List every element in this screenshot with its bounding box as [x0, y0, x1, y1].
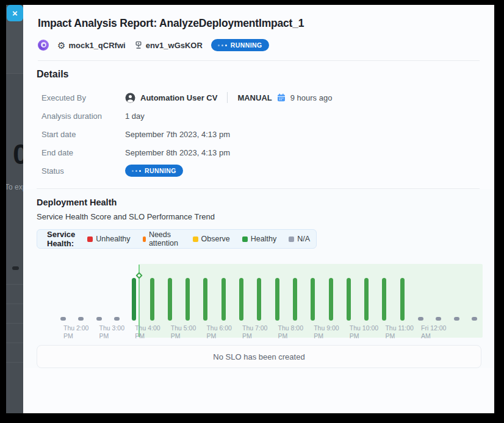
x-axis-label: Thu 4:00PM — [135, 324, 160, 340]
background-bar — [12, 266, 19, 270]
background-divider — [6, 73, 23, 74]
detail-label: Executed By — [41, 93, 125, 102]
status-badge-label: RUNNING — [231, 41, 262, 49]
healthy-bar — [257, 278, 261, 321]
healthy-bar — [132, 278, 136, 321]
legend-item: Needs attention — [143, 230, 181, 247]
background-row-line — [6, 362, 23, 363]
drawer-header: Impact Analysis Report: AnalyzeDeploymen… — [23, 5, 494, 61]
running-dots-icon — [218, 44, 227, 46]
legend-swatch-icon — [143, 236, 146, 242]
detail-label: Start date — [41, 130, 125, 139]
x-axis-label: Thu 5:00PM — [171, 324, 196, 340]
deployment-health-section: Deployment Health Service Health Score a… — [23, 189, 494, 368]
background-row-line — [6, 343, 23, 343]
no-slo-message: No SLO has been created — [213, 352, 304, 361]
close-icon: × — [12, 8, 18, 18]
x-axis-label: Thu 8:00PM — [278, 324, 303, 340]
legend-label: Unhealthy — [96, 235, 130, 243]
environment-meta: env1_wGsKOR — [134, 41, 203, 50]
na-bar — [60, 317, 66, 321]
impact-analysis-drawer: Impact Analysis Report: AnalyzeDeploymen… — [23, 5, 494, 413]
healthy-bar — [239, 278, 243, 321]
service-health-legend: Service Health: UnhealthyNeeds attention… — [37, 229, 317, 249]
legend-swatch-icon — [242, 236, 248, 242]
healthy-bar — [275, 278, 279, 321]
dimmed-background-page: 0 To exp — [6, 5, 23, 413]
legend-swatch-icon — [87, 236, 93, 242]
background-row-line — [6, 323, 23, 324]
healthy-bar — [311, 278, 315, 321]
page-title: Impact Analysis Report: AnalyzeDeploymen… — [38, 17, 480, 30]
healthy-bar — [329, 278, 333, 321]
na-bar — [418, 317, 423, 321]
detail-value: September 8th 2023, 4:13 pm — [125, 148, 230, 157]
x-axis-label: Thu 6:00PM — [206, 324, 231, 340]
legend-item: Observe — [193, 235, 230, 243]
healthy-bar — [185, 278, 190, 321]
gear-icon: ⚙ — [57, 41, 65, 50]
service-name: mock1_qCRfwi — [68, 41, 125, 50]
background-row-line — [6, 284, 23, 285]
na-bar — [454, 317, 459, 321]
details-section: Details Executed By Automation User CV M… — [23, 61, 494, 189]
detail-label: End date — [41, 148, 125, 157]
na-bar — [78, 317, 84, 321]
legend-item: N/A — [289, 235, 310, 243]
detail-row-end-date: End date September 8th 2023, 4:13 pm — [37, 143, 480, 162]
status-badge: RUNNING — [211, 39, 269, 51]
running-dots-icon — [132, 170, 141, 172]
na-bar — [114, 317, 120, 321]
details-rows: Executed By Automation User CV MANUAL — [37, 88, 480, 180]
detail-row-executed-by: Executed By Automation User CV MANUAL — [37, 88, 480, 107]
detail-row-analysis-duration: Analysis duration 1 day — [37, 107, 480, 125]
legend-swatch-icon — [289, 236, 294, 242]
background-metric-number: 0 — [13, 138, 23, 171]
x-axis-label: Thu 3:00PM — [99, 324, 124, 340]
chart-subtitle: Service Health Score and SLO Performance… — [37, 212, 480, 221]
healthy-bar — [203, 278, 207, 321]
status-badge-label: RUNNING — [145, 167, 176, 174]
healthy-bar — [382, 278, 386, 321]
detail-row-start-date: Start date September 7th 2023, 4:13 pm — [37, 125, 480, 143]
detail-value: RUNNING — [125, 165, 183, 177]
background-text-fragment: To exp — [6, 183, 23, 191]
legend-label: Observe — [201, 235, 230, 243]
na-bar — [472, 317, 477, 321]
x-axis-label: Thu 11:00PM — [385, 324, 414, 340]
detail-row-status: Status RUNNING — [37, 162, 480, 180]
legend-item: Unhealthy — [87, 235, 130, 243]
detail-value: 1 day — [125, 112, 145, 121]
healthy-bar — [150, 278, 154, 321]
environment-icon — [134, 41, 143, 49]
healthy-bar — [293, 278, 297, 321]
na-bar — [436, 317, 441, 321]
healthy-bar — [364, 278, 369, 321]
x-axis-label: Thu 7:00PM — [242, 324, 267, 340]
service-meta: ⚙ mock1_qCRfwi — [57, 41, 126, 50]
legend-item: Healthy — [242, 235, 276, 243]
close-drawer-button[interactable]: × — [7, 5, 23, 21]
healthy-bar — [168, 278, 172, 321]
x-axis-label: Thu 9:00PM — [314, 324, 339, 340]
legend-label: N/A — [297, 235, 310, 243]
environment-name: env1_wGsKOR — [146, 41, 203, 50]
status-badge: RUNNING — [125, 165, 183, 177]
executed-time-ago: 9 hours ago — [290, 93, 333, 102]
executed-by-user: Automation User CV — [140, 93, 217, 102]
x-axis-label: Thu 2:00PM — [63, 324, 88, 340]
healthy-bar — [221, 278, 226, 321]
app-logo-icon — [38, 40, 49, 51]
health-chart: Thu 2:00PMThu 3:00PMThu 4:00PMThu 5:00PM… — [37, 257, 483, 341]
detail-label: Status — [41, 166, 125, 176]
legend-label: Healthy — [251, 235, 276, 243]
legend-title: Service Health: — [47, 230, 75, 248]
x-axis-label: Fri 12:00AM — [421, 324, 446, 340]
background-row-line — [6, 304, 23, 304]
legend-label: Needs attention — [149, 230, 181, 247]
na-bar — [96, 317, 102, 321]
legend-swatch-icon — [193, 236, 198, 242]
deployment-health-heading: Deployment Health — [37, 197, 480, 207]
healthy-bar — [347, 278, 351, 321]
detail-value: Automation User CV MANUAL 9 hours ago — [125, 92, 332, 103]
